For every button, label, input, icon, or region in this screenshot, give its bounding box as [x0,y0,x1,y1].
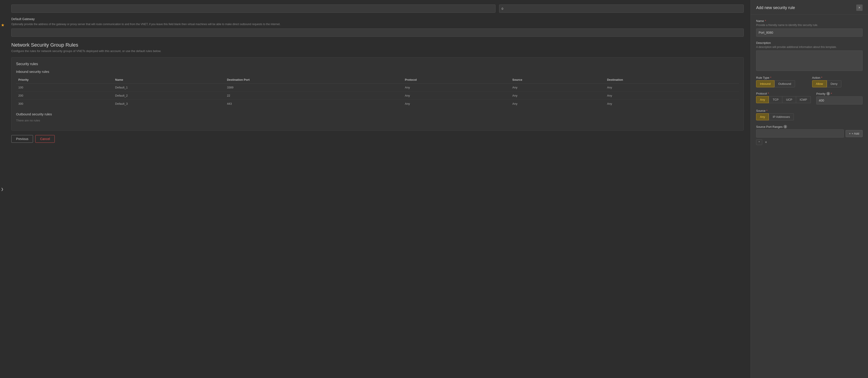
sidebar-toggle[interactable]: ❯ [0,185,4,193]
priority-col: Priority i * [816,92,863,105]
name-required-star: * [765,19,766,23]
cell-dest_port: 3389 [225,84,403,92]
port-tag: * [756,139,762,145]
top-narrow-input[interactable] [499,4,744,13]
action-label: Action * [812,76,863,79]
panel-body: Name * Provide a friendly name to identi… [751,15,868,378]
source-required-star: * [766,109,767,112]
action-toggle: Allow Deny [812,80,863,87]
inbound-rules-table: Priority Name Destination Port Protocol … [16,76,739,108]
inbound-section-title: Inbound security rules [16,70,739,74]
cell-source: Any [510,92,604,100]
outbound-btn[interactable]: Outbound [774,80,795,87]
add-port-button[interactable]: + + Add [846,130,863,137]
network-security-heading: Network Security Group Rules [11,42,744,48]
star-icon: ★ [1,23,4,28]
add-label: + Add [851,132,859,135]
cell-name: Default_2 [113,92,225,100]
inbound-btn[interactable]: Inbound [756,80,774,87]
source-label: Source * [756,109,863,112]
cell-destination: Any [604,100,739,108]
description-label: Description [756,41,863,45]
cell-destination: Any [604,84,739,92]
cell-source: Any [510,84,604,92]
description-textarea[interactable] [756,51,863,71]
close-button[interactable]: × [856,4,863,11]
rule-type-label: Rule Type * [756,76,807,79]
priority-label: Priority i * [816,92,863,95]
rule-type-col: Rule Type * Inbound Outbound [756,76,807,87]
default-gateway-input[interactable] [11,29,744,37]
source-field: Source * Any IP Addresses [756,109,863,120]
priority-required-star: * [831,92,832,95]
protocol-col: Protocol * Any TCP UCP ICMP [756,92,811,105]
panel-header: Add new security rule × [751,0,868,15]
default-gateway-label: Default Gateway [11,17,744,21]
any-protocol-btn[interactable]: Any [756,96,769,103]
source-port-ranges-field: Source Port Ranges i + + Add * × [756,125,863,145]
outbound-section-title: Outbound security rules [16,112,739,116]
col-priority: Priority [16,76,113,84]
allow-btn[interactable]: Allow [812,80,827,87]
priority-input[interactable] [816,96,863,105]
col-source: Source [510,76,604,84]
table-row: 300Default_3443AnyAnyAny [16,100,739,108]
rules-card: Security rules Inbound security rules Pr… [11,57,744,130]
cell-destination: Any [604,92,739,100]
outbound-empty: There are no rules [16,119,739,122]
priority-info-icon: i [827,92,830,95]
table-row: 100Default_13389AnyAnyAny [16,84,739,92]
name-sub-label: Provide a friendly name to identify this… [756,24,863,27]
rule-type-required-star: * [770,76,771,79]
port-tag-remove-btn[interactable]: × [764,140,768,144]
port-range-row: + + Add [756,129,863,138]
name-field: Name * Provide a friendly name to identi… [756,19,863,37]
cell-name: Default_3 [113,100,225,108]
default-gateway-section: Default Gateway Optionally provide the a… [11,17,744,37]
name-label: Name * [756,19,863,23]
top-wide-input[interactable] [11,4,495,13]
protocol-toggle: Any TCP UCP ICMP [756,96,811,103]
protocol-priority-row: Protocol * Any TCP UCP ICMP Priority i * [756,92,863,105]
panel-title: Add new security rule [756,5,795,10]
cell-dest_port: 22 [225,92,403,100]
col-destination: Destination [604,76,739,84]
col-dest-port: Destination Port [225,76,403,84]
cell-dest_port: 443 [225,100,403,108]
source-toggle: Any IP Addresses [756,113,863,120]
chevron-right-icon: ❯ [1,187,4,191]
tcp-btn[interactable]: TCP [769,96,782,103]
top-inputs-row [11,4,744,13]
any-source-btn[interactable]: Any [756,113,769,120]
name-input[interactable] [756,29,863,37]
cancel-button[interactable]: Cancel [35,135,55,143]
right-panel: Add new security rule × Name * Provide a… [750,0,868,378]
action-required-star: * [821,76,822,79]
cell-priority: 300 [16,100,113,108]
source-port-info-icon: i [783,125,787,128]
icmp-btn[interactable]: ICMP [796,96,811,103]
col-name: Name [113,76,225,84]
cell-source: Any [510,100,604,108]
protocol-label: Protocol * [756,92,811,95]
cell-name: Default_1 [113,84,225,92]
cell-protocol: Any [403,84,510,92]
col-protocol: Protocol [403,76,510,84]
action-col: Action * Allow Deny [812,76,863,87]
ip-addresses-btn[interactable]: IP Addresses [769,113,794,120]
rules-card-title: Security rules [16,62,739,66]
port-tag-row: * × [756,139,863,145]
ucp-btn[interactable]: UCP [782,96,796,103]
table-row: 200Default_222AnyAnyAny [16,92,739,100]
deny-btn[interactable]: Deny [827,80,841,87]
previous-button[interactable]: Previous [11,135,33,143]
cell-protocol: Any [403,92,510,100]
default-gateway-desc: Optionally provide the address of the ga… [11,22,744,26]
cell-protocol: Any [403,100,510,108]
cell-priority: 200 [16,92,113,100]
bottom-buttons: Previous Cancel [11,135,744,143]
network-security-sub: Configure the rules for network security… [11,49,744,53]
protocol-required-star: * [768,92,769,95]
port-range-input[interactable] [756,129,844,138]
description-sub-label: A description will provide additional in… [756,46,863,49]
